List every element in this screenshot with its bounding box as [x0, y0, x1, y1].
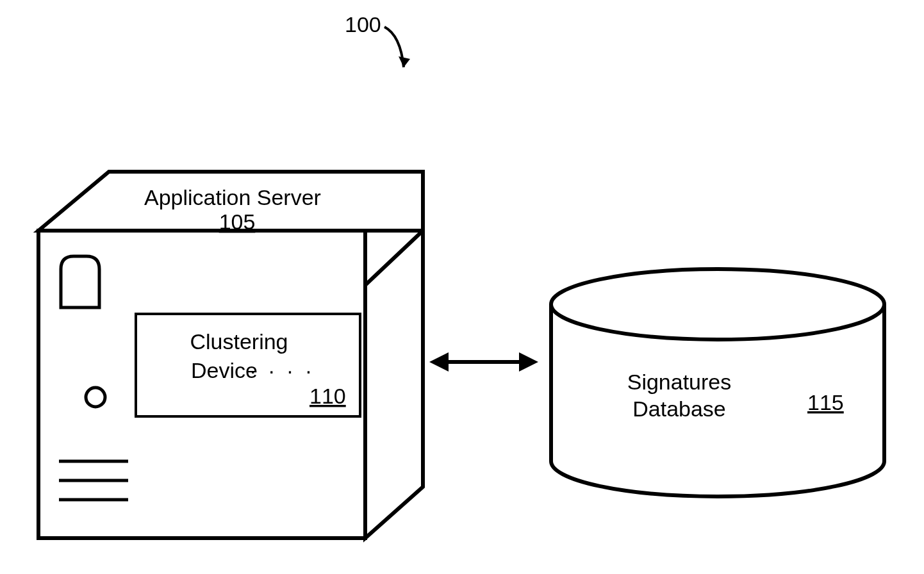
- clustering-label-1: Clustering: [190, 329, 288, 354]
- svg-point-10: [551, 269, 884, 340]
- server-label: Application Server: [144, 185, 321, 209]
- svg-marker-0: [399, 56, 410, 67]
- svg-marker-8: [429, 352, 449, 372]
- clustering-leader: · · · ·: [250, 358, 315, 382]
- system-diagram: 100 Application Server 105 Clustering: [0, 0, 924, 574]
- database-label-2: Database: [632, 397, 726, 421]
- database-label-1: Signatures: [627, 370, 732, 394]
- bidirectional-arrow: [429, 352, 538, 372]
- system-reference: 100: [345, 12, 410, 67]
- svg-marker-9: [519, 352, 538, 372]
- database-ref: 115: [807, 390, 844, 414]
- clustering-ref: 110: [309, 384, 346, 408]
- system-ref-label: 100: [345, 12, 381, 37]
- signatures-database: Signatures Database 115: [551, 269, 884, 496]
- clustering-label-2: Device: [191, 358, 258, 382]
- server-ref: 105: [219, 209, 256, 234]
- clustering-device: Clustering Device · · · · 110: [136, 314, 360, 416]
- application-server: Application Server 105 Clustering Device…: [38, 172, 423, 538]
